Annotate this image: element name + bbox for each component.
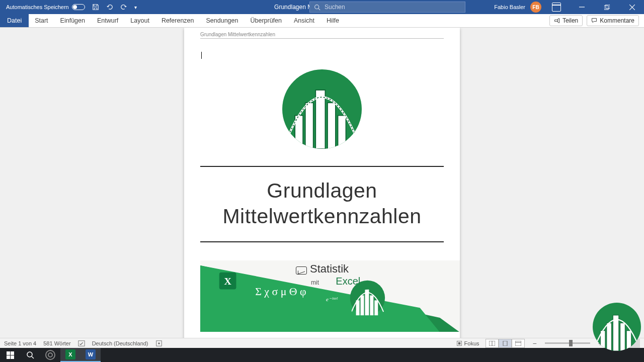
titlebar: Automatisches Speichern ▾ Grundlagen Mit…: [0, 0, 644, 14]
document-canvas[interactable]: Grundlagen Mittelwertkennzahlen Grundlag: [0, 28, 644, 348]
ribbon-display-button[interactable]: [546, 0, 567, 14]
redo-icon[interactable]: [120, 4, 127, 11]
ribbon-display-icon: [552, 3, 561, 12]
autosave-toggle[interactable]: Automatisches Speichern: [0, 4, 85, 10]
minimize-button[interactable]: [572, 0, 592, 14]
taskbar-excel[interactable]: X: [60, 348, 80, 362]
document-page[interactable]: Grundlagen Mittelwertkennzahlen Grundlag: [184, 28, 460, 348]
svg-point-0: [315, 5, 319, 9]
page-header: Grundlagen Mittelwertkennzahlen: [200, 32, 444, 39]
text-cursor: [201, 52, 202, 59]
taskbar-obs[interactable]: [40, 348, 60, 362]
focus-mode[interactable]: Fokus: [456, 340, 479, 346]
close-button[interactable]: [622, 0, 642, 14]
banner-image: X Σ χ σ μ Θ φ e⁻ⁱᵚᵗ Statistik: [200, 260, 460, 333]
undo-icon[interactable]: [106, 4, 113, 11]
svg-rect-40: [503, 341, 507, 346]
user-name[interactable]: Fabio Basler: [494, 4, 525, 10]
comment-icon: [591, 18, 597, 24]
svg-text:X: X: [224, 275, 231, 286]
taskbar-word[interactable]: W: [80, 348, 101, 362]
svg-line-1: [318, 8, 320, 10]
svg-point-43: [27, 352, 32, 357]
language[interactable]: Deutsch (Deutschland): [92, 340, 148, 346]
svg-rect-25: [374, 300, 378, 315]
search-placeholder: Suchen: [325, 4, 345, 11]
svg-rect-22: [361, 295, 364, 315]
read-icon: [489, 341, 495, 346]
tab-start[interactable]: Start: [29, 14, 54, 27]
excel-icon: X: [65, 349, 75, 359]
divider: [200, 241, 444, 242]
avatar[interactable]: FB: [530, 2, 541, 13]
quick-access-toolbar: ▾: [92, 4, 137, 11]
document-title-heading: Grundlagen Mittelwertkennzahlen: [200, 178, 444, 230]
maximize-button[interactable]: [597, 0, 617, 14]
word-icon: W: [86, 349, 96, 359]
tab-datei[interactable]: Datei: [0, 14, 29, 27]
search-icon: [26, 351, 34, 359]
tab-hilfe[interactable]: Hilfe: [320, 14, 345, 27]
macro-icon[interactable]: [155, 340, 163, 347]
svg-rect-10: [305, 103, 313, 149]
spellcheck-icon[interactable]: [78, 340, 85, 347]
print-layout-icon: [502, 341, 508, 346]
svg-rect-37: [458, 342, 460, 344]
maximize-icon: [604, 5, 610, 10]
obs-icon: [45, 350, 55, 360]
save-icon[interactable]: [92, 4, 99, 11]
toggle-switch-icon[interactable]: [72, 4, 85, 10]
banner-text: Statistik mit Excel: [296, 262, 360, 287]
tab-entwurf[interactable]: Entwurf: [91, 14, 124, 27]
tab-sendungen[interactable]: Sendungen: [200, 14, 245, 27]
ribbon-tabs: Datei Start Einfügen Entwurf Layout Refe…: [0, 14, 644, 28]
windows-icon: [7, 351, 14, 359]
zoom-slider[interactable]: [545, 342, 590, 344]
tab-einfuegen[interactable]: Einfügen: [54, 14, 91, 27]
zoom-out-button[interactable]: −: [531, 339, 539, 347]
svg-line-44: [32, 356, 34, 358]
close-icon: [629, 5, 635, 10]
autosave-label: Automatisches Speichern: [6, 4, 69, 10]
page-info[interactable]: Seite 1 von 4: [4, 340, 36, 346]
svg-rect-3: [604, 6, 608, 10]
search-icon: [314, 4, 320, 11]
svg-rect-32: [626, 331, 631, 351]
focus-icon: [456, 340, 462, 346]
greek-symbols: Σ χ σ μ Θ φ: [255, 286, 306, 298]
minimize-icon: [579, 5, 585, 10]
word-count[interactable]: 581 Wörter: [43, 340, 70, 346]
tab-ansicht[interactable]: Ansicht: [288, 14, 320, 27]
tab-layout[interactable]: Layout: [124, 14, 155, 27]
web-layout-icon: [515, 341, 521, 346]
view-mode-buttons: [486, 339, 525, 348]
tab-referenzen[interactable]: Referenzen: [155, 14, 200, 27]
share-icon: [554, 18, 560, 24]
divider: [200, 166, 444, 167]
start-button[interactable]: [0, 348, 20, 362]
svg-rect-24: [370, 295, 373, 315]
comments-button[interactable]: Kommentare: [587, 15, 639, 26]
svg-rect-4: [606, 5, 610, 9]
corner-stats-logo: [593, 303, 641, 351]
search-input[interactable]: Suchen: [309, 2, 465, 13]
web-layout-button[interactable]: [512, 339, 525, 348]
stats-logo: [282, 69, 362, 149]
tab-ueberpruefen[interactable]: Überprüfen: [244, 14, 288, 27]
print-layout-button[interactable]: [499, 339, 512, 348]
taskbar: X W: [0, 348, 644, 362]
share-button[interactable]: Teilen: [549, 15, 583, 26]
svg-point-35: [158, 342, 160, 344]
zoom-thumb[interactable]: [569, 340, 573, 346]
svg-rect-29: [607, 323, 612, 351]
chart-icon: [296, 266, 307, 275]
svg-rect-41: [515, 341, 521, 346]
window-controls: Fabio Basler FB: [494, 0, 644, 14]
qat-customize-icon[interactable]: ▾: [134, 5, 137, 10]
status-bar: Seite 1 von 4 581 Wörter Deutsch (Deutsc…: [0, 338, 644, 348]
svg-rect-31: [620, 323, 625, 351]
read-mode-button[interactable]: [486, 339, 499, 348]
taskbar-search-button[interactable]: [20, 348, 40, 362]
svg-rect-12: [328, 103, 336, 149]
svg-text:e⁻ⁱᵚᵗ: e⁻ⁱᵚᵗ: [326, 296, 338, 302]
